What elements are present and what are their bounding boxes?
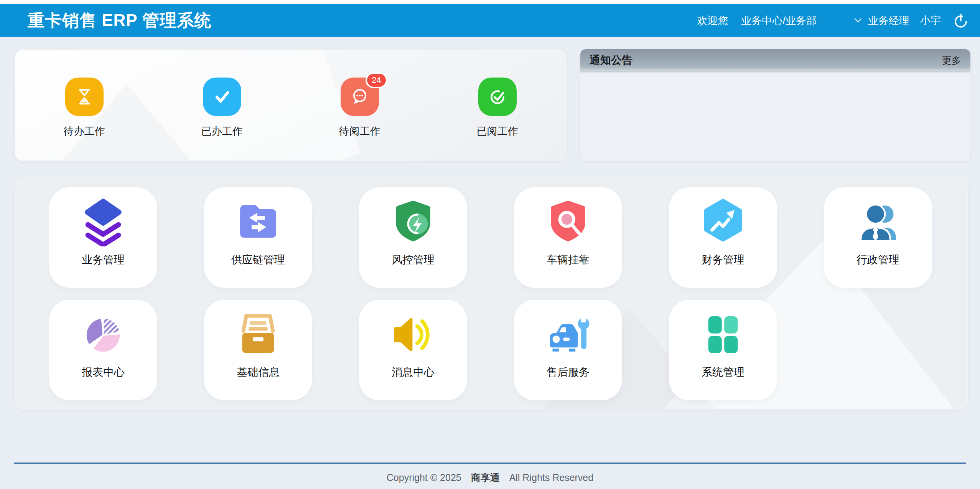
notice-panel-header: 通知公告 更多 <box>580 49 970 71</box>
user-name: 小宇 <box>920 14 941 28</box>
module-label: 报表中心 <box>82 365 125 380</box>
module-label: 基础信息 <box>237 365 280 380</box>
shortcut-toread-work[interactable]: 24 待阅工作 <box>291 78 428 138</box>
check-circle-icon <box>486 86 509 108</box>
shortcut-label: 已办工作 <box>201 124 243 138</box>
shield-bolt-icon <box>389 197 438 246</box>
chevron-down-icon <box>853 18 863 24</box>
user-menu[interactable]: 业务经理 小宇 <box>853 14 952 28</box>
speaker-icon <box>389 310 438 359</box>
footer-divider <box>14 463 966 464</box>
copyright-suffix: All Rights Reserved <box>509 472 594 483</box>
shortcut-done-work[interactable]: 已办工作 <box>153 78 291 138</box>
module-label: 行政管理 <box>856 253 899 267</box>
module-card-administration[interactable]: 行政管理 <box>824 187 932 288</box>
module-label: 风控管理 <box>392 253 435 267</box>
module-label: 财务管理 <box>702 253 744 267</box>
module-card-report-center[interactable]: 报表中心 <box>49 300 157 400</box>
notice-panel: 通知公告 更多 <box>580 49 970 161</box>
power-icon <box>952 12 969 29</box>
shortcut-label: 待办工作 <box>64 124 105 138</box>
module-label: 系统管理 <box>702 365 744 380</box>
work-shortcuts-panel: 待办工作 已办工作 24 待阅工作 <box>15 49 567 161</box>
modules-panel: 业务管理 供应链管理 风控管理 车辆挂靠 <box>15 177 968 410</box>
department-text: 业务中心/业务部 <box>741 14 817 28</box>
module-card-supply-chain[interactable]: 供应链管理 <box>204 187 312 288</box>
module-label: 消息中心 <box>392 365 435 380</box>
welcome-text: 欢迎您 <box>697 14 728 28</box>
module-label: 车辆挂靠 <box>547 253 590 267</box>
app-title: 重卡销售 ERP 管理系统 <box>28 9 211 32</box>
company-name: 商享通 <box>471 472 500 483</box>
notice-more-link[interactable]: 更多 <box>942 54 961 67</box>
module-card-business[interactable]: 业务管理 <box>49 187 157 288</box>
hexagon-trend-icon <box>698 197 748 246</box>
chat-bubble-icon <box>349 86 371 108</box>
module-label: 业务管理 <box>82 253 125 267</box>
shortcut-label: 待阅工作 <box>339 124 380 138</box>
module-card-vehicle-affiliation[interactable]: 车辆挂靠 <box>514 187 622 288</box>
pie-chart-icon <box>79 310 128 359</box>
folder-transfer-icon <box>234 197 283 246</box>
unread-count-badge: 24 <box>366 72 387 88</box>
users-icon <box>853 197 903 246</box>
grid-icon <box>698 310 748 359</box>
shortcut-read-work[interactable]: 已阅工作 <box>428 78 566 138</box>
layers-icon <box>79 197 128 246</box>
module-label: 售后服务 <box>547 365 590 380</box>
module-card-message-center[interactable]: 消息中心 <box>359 300 467 400</box>
logout-button[interactable] <box>952 12 969 29</box>
app-header: 重卡销售 ERP 管理系统 欢迎您 业务中心/业务部 业务经理 小宇 <box>0 4 980 37</box>
shortcut-label: 已阅工作 <box>477 124 518 138</box>
shield-search-icon <box>544 197 593 246</box>
notice-list-empty <box>580 71 970 161</box>
car-wrench-icon <box>544 310 593 359</box>
module-card-basic-info[interactable]: 基础信息 <box>204 300 312 400</box>
user-role: 业务经理 <box>868 14 909 28</box>
copyright-text: Copyright © 2025 商享通 All Rights Reserved <box>0 471 980 484</box>
module-card-risk-control[interactable]: 风控管理 <box>359 187 467 288</box>
copyright-prefix: Copyright © 2025 <box>387 472 461 483</box>
module-card-system-admin[interactable]: 系统管理 <box>669 300 777 400</box>
module-label: 供应链管理 <box>231 253 285 267</box>
check-icon <box>211 86 233 108</box>
shortcut-todo-work[interactable]: 待办工作 <box>15 78 153 138</box>
archive-box-icon <box>234 310 283 359</box>
notice-title: 通知公告 <box>590 53 632 68</box>
module-card-finance[interactable]: 财务管理 <box>669 187 777 288</box>
hourglass-icon <box>73 86 96 108</box>
module-card-after-sales[interactable]: 售后服务 <box>514 300 622 400</box>
